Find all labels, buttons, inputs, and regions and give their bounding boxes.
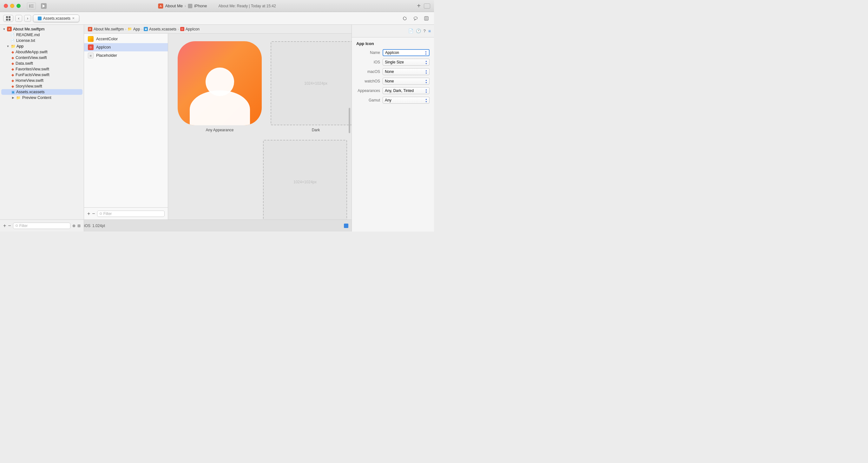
sidebar-item-assets[interactable]: ▣ Assets.xcassets bbox=[1, 89, 83, 95]
dark-label: Dark bbox=[312, 128, 320, 132]
help-icon[interactable]: ? bbox=[424, 29, 426, 33]
close-button[interactable] bbox=[4, 4, 8, 8]
project-icon: A bbox=[158, 3, 163, 8]
watchos-stepper-down[interactable]: ▼ bbox=[425, 81, 427, 84]
asset-item-appicon[interactable]: ⊙ AppIcon bbox=[84, 43, 168, 52]
breadcrumb: A About Me.swiftpm › 📁 App › ▣ Assets.xc… bbox=[84, 25, 351, 34]
appearances-stepper-down[interactable]: ▼ bbox=[425, 91, 427, 93]
dark-icon-empty[interactable]: 1024×1024px bbox=[271, 41, 351, 125]
remove-file-button[interactable]: − bbox=[8, 223, 11, 228]
sort-icon[interactable]: ⊕ bbox=[72, 224, 75, 228]
accent-color-swatch bbox=[88, 36, 94, 42]
sidebar-item-license[interactable]: 📄 License.txt bbox=[1, 38, 83, 43]
macos-stepper-up[interactable]: ▲ bbox=[425, 69, 427, 72]
name-input[interactable]: AppIcon ▲ ▼ bbox=[382, 49, 430, 56]
assets-filter[interactable]: ⊙ Filter bbox=[97, 210, 165, 217]
minimize-button[interactable] bbox=[10, 4, 14, 8]
sidebar-item-preview[interactable]: ▶ 📁 Preview Content bbox=[1, 95, 83, 101]
stepper-up[interactable]: ▲ bbox=[425, 51, 427, 53]
inspector-gamut-row: Gamut Any ▲ ▼ bbox=[352, 95, 434, 105]
macos-stepper-down[interactable]: ▼ bbox=[425, 72, 427, 74]
breadcrumb-folder-icon: 📁 bbox=[127, 27, 132, 31]
app-chevron: ▼ bbox=[6, 45, 9, 48]
macos-value: None bbox=[385, 69, 394, 74]
remove-asset-button[interactable]: − bbox=[92, 211, 95, 217]
inspector-content: App Icon Name AppIcon ▲ ▼ iOS bbox=[352, 37, 434, 105]
watchos-value: None bbox=[385, 79, 394, 84]
add-button[interactable]: + bbox=[417, 2, 421, 9]
breadcrumb-project[interactable]: About Me.swiftpm bbox=[94, 27, 124, 31]
sidebar-toggle-icon[interactable] bbox=[27, 3, 36, 9]
ios-stepper-up[interactable]: ▲ bbox=[425, 60, 427, 62]
clock-icon[interactable]: 🕐 bbox=[416, 29, 421, 33]
macos-select[interactable]: None ▲ ▼ bbox=[382, 68, 430, 75]
gamut-select[interactable]: Any ▲ ▼ bbox=[382, 97, 430, 104]
sidebar-item-contentview[interactable]: ◆ ContentView.swift bbox=[1, 55, 83, 61]
breadcrumb-assets[interactable]: Assets.xcassets bbox=[149, 27, 176, 31]
doc-icon[interactable]: 📄 bbox=[408, 29, 413, 33]
maximize-button[interactable] bbox=[17, 4, 21, 8]
status-text: About Me: Ready | Today at 15:42 bbox=[219, 4, 276, 8]
sidebar-app-group[interactable]: ▼ 📁 App bbox=[0, 43, 84, 49]
gamut-stepper-up[interactable]: ▲ bbox=[425, 98, 427, 100]
any-appearance-icon[interactable] bbox=[178, 41, 262, 125]
add-asset-button[interactable]: + bbox=[87, 211, 90, 217]
add-file-button[interactable]: + bbox=[3, 223, 6, 228]
sidebar-item-funfactsview[interactable]: ◆ FunFactsView.swift bbox=[1, 72, 83, 78]
svg-marker-9 bbox=[405, 17, 406, 18]
grid-view-button[interactable] bbox=[3, 15, 13, 22]
appearances-value: Any, Dark, Tinted bbox=[385, 89, 414, 93]
sidebar-root[interactable]: ▼ A About Me.swiftpm bbox=[0, 26, 84, 32]
attributes-icon[interactable]: ≡ bbox=[428, 29, 431, 34]
forward-button[interactable]: › bbox=[24, 15, 31, 22]
sidebar-item-data[interactable]: ◆ Data.swift bbox=[1, 61, 83, 66]
ios-select[interactable]: Single Size ▲ ▼ bbox=[382, 59, 430, 66]
watchos-stepper-up[interactable]: ▲ bbox=[425, 79, 427, 81]
scrollbar[interactable] bbox=[349, 108, 350, 133]
filter-icon: ⊙ bbox=[15, 224, 18, 228]
breadcrumb-appicon[interactable]: AppIcon bbox=[186, 27, 199, 31]
stepper-down[interactable]: ▼ bbox=[425, 53, 427, 55]
chat-button[interactable] bbox=[411, 14, 420, 23]
settings-icon[interactable]: ⊞ bbox=[78, 224, 81, 228]
close-tab-icon[interactable]: ✕ bbox=[72, 16, 74, 20]
tinted-icon-empty[interactable]: 1024×1024px bbox=[263, 140, 347, 220]
layout-toggle[interactable] bbox=[424, 3, 430, 8]
breadcrumb-app[interactable]: App bbox=[133, 27, 140, 31]
file-icon-readme: 📄 bbox=[10, 33, 14, 37]
avatar-any bbox=[206, 68, 234, 96]
sidebar-filter-box[interactable]: ⊙ Filter bbox=[13, 223, 70, 229]
gamut-stepper-down[interactable]: ▼ bbox=[425, 101, 427, 103]
gamut-value: Any bbox=[385, 98, 392, 102]
asset-item-placeholder[interactable]: ▣ Placeholder bbox=[84, 52, 168, 60]
run-button[interactable] bbox=[41, 3, 46, 9]
name-value: AppIcon bbox=[385, 51, 399, 55]
appearances-select[interactable]: Any, Dark, Tinted ▲ ▼ bbox=[382, 87, 430, 94]
svg-rect-11 bbox=[425, 16, 428, 20]
appearances-stepper-up[interactable]: ▲ bbox=[425, 89, 427, 91]
app-folder-label: App bbox=[17, 44, 24, 48]
assets-tab-label: Assets.xcassets bbox=[43, 16, 70, 21]
sidebar-item-readme[interactable]: 📄 README.md bbox=[1, 32, 83, 38]
assets-tab[interactable]: Assets.xcassets ✕ bbox=[33, 14, 79, 22]
inspector-toolbar: 📄 🕐 ? ≡ bbox=[352, 25, 434, 37]
ios-stepper-down[interactable]: ▼ bbox=[425, 63, 427, 65]
asset-item-accentcolor[interactable]: AccentColor bbox=[84, 35, 168, 43]
ios-value: Single Size bbox=[385, 60, 404, 64]
titlebar-right: + bbox=[417, 2, 430, 9]
watchos-select[interactable]: None ▲ ▼ bbox=[382, 78, 430, 85]
svg-rect-0 bbox=[29, 4, 30, 8]
refresh-button[interactable] bbox=[400, 14, 409, 23]
assets-icon-sidebar: ▣ bbox=[11, 90, 14, 94]
root-icon: A bbox=[7, 27, 12, 31]
sidebar-item-aboutmeapp[interactable]: ◆ AboutMeApp.swift bbox=[1, 49, 83, 55]
project-title: About Me bbox=[165, 3, 183, 8]
sidebar-item-storyview[interactable]: ◆ StoryView.swift bbox=[1, 84, 83, 89]
sidebar-item-favoritesview[interactable]: ◆ FavoritesView.swift bbox=[1, 66, 83, 72]
panel-button[interactable] bbox=[422, 14, 431, 23]
placeholder-label: Placeholder bbox=[96, 53, 117, 58]
sidebar-item-homeview[interactable]: ◆ HomeView.swift bbox=[1, 78, 83, 84]
watchos-stepper: ▲ ▼ bbox=[425, 79, 427, 84]
inspector-macos-row: macOS None ▲ ▼ bbox=[352, 67, 434, 76]
back-button[interactable]: ‹ bbox=[15, 15, 22, 22]
